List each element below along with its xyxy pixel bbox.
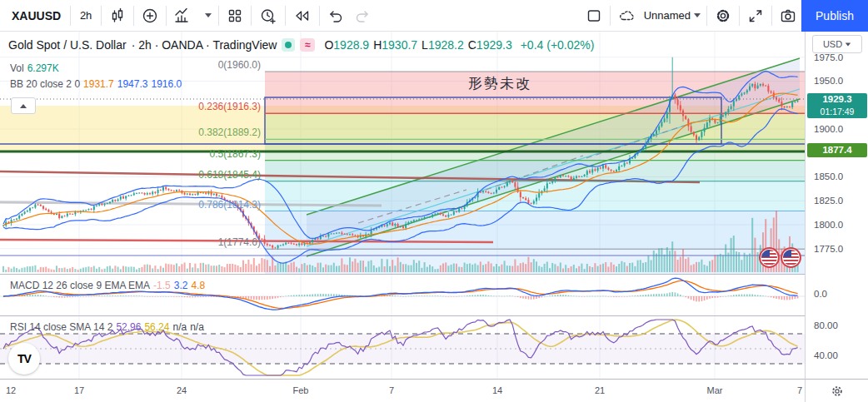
ohlc-key: O	[324, 38, 333, 52]
ohlc-key: H	[373, 38, 382, 52]
rsi-axis-40: 40.00	[814, 350, 838, 360]
symbol-legend-row[interactable]: Gold Spot / U.S. Dollar · 2h · OANDA · T…	[8, 38, 594, 52]
time-tick-label: Feb	[293, 385, 309, 395]
rsi-value: 52.96	[116, 321, 141, 333]
time-tick-label: 17	[74, 385, 84, 395]
volume-label: Vol	[10, 62, 24, 74]
fullscreen-icon[interactable]	[742, 3, 769, 28]
save-layout-icon[interactable]	[581, 3, 607, 28]
toolbar-separator	[251, 6, 252, 26]
layout-name-button[interactable]: Unnamed	[642, 3, 702, 28]
time-tick-label: 7	[389, 385, 394, 395]
currency-chevron-down-icon	[846, 42, 851, 46]
bb-basis-value: 1931.7	[83, 78, 114, 90]
alert-clock-icon[interactable]	[254, 3, 282, 28]
bb-label: BB 20 close 2 0	[10, 78, 80, 90]
price-tick-label: 1825.0	[814, 196, 843, 206]
time-axis[interactable]: 121724Feb71421Mar7	[0, 379, 805, 402]
toolbar-separator	[133, 6, 134, 26]
cloud-sync-icon[interactable]	[613, 3, 639, 28]
toolbar-separator	[706, 6, 707, 26]
price-tick-label: 1975.0	[814, 52, 843, 62]
rsi-legend-row[interactable]: RSI 14 close SMA 14 2 52.96 56.24 n/a n/…	[10, 321, 204, 333]
ohlc-values: O1928.9H1930.7L1928.2C1929.3	[320, 38, 511, 52]
macd-signal-value: 4.8	[191, 280, 205, 291]
price-tick-label: 1900.0	[814, 124, 843, 134]
bb-lower-value: 1916.0	[151, 78, 182, 90]
price-tick-label: 1775.0	[814, 244, 843, 254]
price-tick-label: 1850.0	[814, 171, 843, 181]
indicators-chevron-down-icon[interactable]	[197, 3, 216, 28]
approximation-badge-icon[interactable]: ≈	[300, 38, 315, 52]
toolbar-separator	[319, 6, 320, 26]
layout-name-label: Unnamed	[644, 9, 691, 22]
market-status-icon[interactable]	[282, 38, 295, 52]
publish-button[interactable]: Publish	[801, 0, 868, 32]
volume-legend-row[interactable]: Vol 6.297K	[10, 62, 59, 74]
rsi-na-value: n/a	[172, 321, 187, 333]
layout-grid-icon[interactable]	[222, 3, 248, 28]
time-tick-label: Mar	[707, 385, 723, 395]
usd-currency-button[interactable]: USD	[812, 35, 862, 53]
undo-icon[interactable]	[322, 3, 349, 28]
time-tick-label: 7	[797, 385, 802, 395]
rsi-axis-80: 80.00	[814, 320, 838, 330]
toolbar-separator	[285, 6, 286, 26]
change-value: +0.4 (+0.02%)	[521, 38, 595, 52]
chart-text-annotation[interactable]: 形勢未改	[468, 74, 531, 93]
bb-legend-row[interactable]: BB 20 close 2 0 1931.7 1947.3 1916.0	[10, 78, 182, 90]
ohlc-value: 1930.7	[382, 38, 417, 52]
last-price-value: 1929.3	[807, 93, 867, 106]
macd-legend-row[interactable]: MACD 12 26 close 9 EMA EMA -1.5 3.2 4.8	[10, 280, 205, 291]
symbol-meta: · 2h · OANDA · TradingView	[132, 38, 277, 52]
time-tick-label: 21	[595, 385, 605, 395]
tradingview-chart-window: XAUUSD 2h	[0, 0, 868, 402]
layout-chevron-down-icon	[694, 13, 701, 17]
ohlc-value: 1928.9	[333, 38, 369, 52]
collapse-pane-button[interactable]	[11, 97, 36, 114]
settings-gear-icon[interactable]	[710, 3, 736, 28]
toolbar-separator	[610, 6, 611, 26]
time-axis-settings	[805, 379, 868, 402]
macd-label: MACD 12 26 close 9 EMA EMA	[10, 280, 150, 291]
bar-replay-icon[interactable]	[288, 3, 317, 28]
macd-hist-value: -1.5	[153, 280, 171, 291]
price-axis[interactable]: USD 1929.3 01:17:49 1877.4 0.0 80.00 40.…	[805, 32, 868, 379]
currency-label: USD	[823, 39, 842, 49]
time-tick-label: 24	[177, 385, 187, 395]
toolbar-separator	[101, 6, 102, 26]
us-flag-sticker-icon[interactable]	[781, 247, 801, 268]
timezone-settings-gear-icon[interactable]	[830, 384, 845, 399]
pane-separator[interactable]	[0, 274, 868, 275]
macd-axis-zero: 0.0	[814, 289, 827, 299]
ohlc-key: C	[468, 38, 476, 52]
symbol-title: Gold Spot / U.S. Dollar	[8, 38, 127, 52]
toolbar-separator	[166, 6, 167, 26]
us-flag-sticker-icon[interactable]	[759, 247, 780, 268]
toolbar-separator	[739, 6, 740, 26]
volume-value: 6.297K	[27, 62, 59, 74]
interval-button[interactable]: 2h	[73, 3, 98, 28]
indicators-icon[interactable]	[169, 3, 197, 28]
time-tick-label: 14	[492, 385, 502, 395]
camera-snapshot-icon[interactable]	[775, 3, 801, 28]
top-toolbar: XAUUSD 2h	[0, 0, 868, 32]
toolbar-separator	[218, 6, 219, 26]
rsi-na-value: n/a	[190, 321, 204, 333]
pane-separator[interactable]	[0, 315, 868, 316]
chart-style-candles-icon[interactable]	[104, 3, 131, 28]
level-price-badge: 1877.4	[807, 143, 867, 157]
price-tick-label: 1800.0	[814, 220, 843, 230]
ohlc-value: 1929.3	[476, 38, 512, 52]
last-price-badge: 1929.3 01:17:49	[807, 93, 867, 118]
ohlc-value: 1928.2	[428, 38, 464, 52]
price-tick-label: 1950.0	[814, 76, 843, 86]
redo-icon[interactable]	[349, 3, 376, 28]
toolbar-separator	[771, 6, 772, 26]
macd-line-value: 3.2	[174, 280, 188, 291]
symbol-search-button[interactable]: XAUUSD	[5, 3, 67, 28]
tradingview-logo[interactable]: TV	[8, 343, 40, 375]
toolbar-right-group: Unnamed Publish	[581, 0, 868, 32]
compare-add-icon[interactable]	[137, 3, 163, 28]
rsi-ma-value: 56.24	[144, 321, 169, 333]
